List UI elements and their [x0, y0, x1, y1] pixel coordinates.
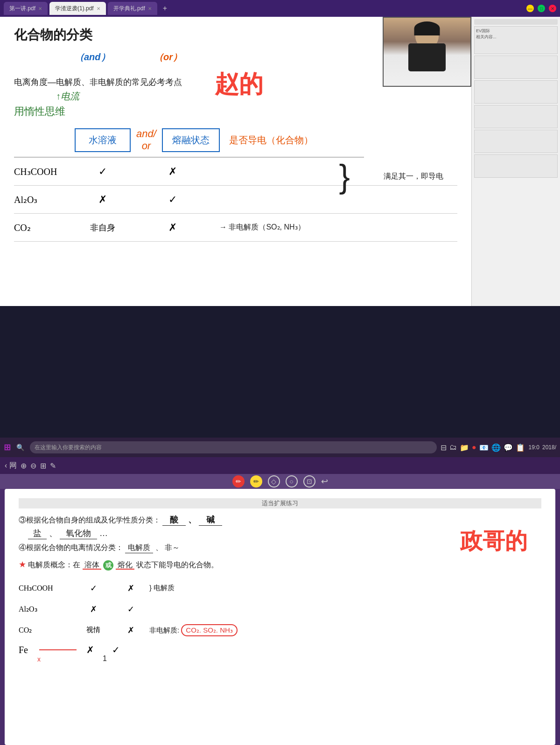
- browser-chrome: 第一讲.pdf ✕ 学渣逆袭(1).pdf ✕ 开学典礼.pdf ✕ + — □…: [0, 0, 560, 17]
- annotation-and: （and）: [75, 51, 110, 63]
- taskbar-icon-6[interactable]: 📋: [516, 443, 525, 452]
- tool-button[interactable]: ⊡: [303, 475, 315, 487]
- co2-melt: ✗: [131, 222, 215, 234]
- page-subtitle: 适当扩展练习: [19, 498, 541, 508]
- table-col1: 水溶液: [75, 128, 131, 152]
- new-tab-button[interactable]: +: [163, 4, 167, 13]
- chem-al2o3: Al₂O₃: [14, 194, 75, 205]
- tab-pdf3-label: 开学典礼.pdf: [113, 5, 145, 13]
- section3-items: 酸 、 碱: [162, 515, 222, 524]
- eraser-button[interactable]: ◇: [268, 475, 280, 487]
- bottom-row-co2: CO₂ 视情 ✗ 非电解质: CO₂. SO₂. NH₃: [19, 620, 541, 641]
- taskbar-time: 19:0: [529, 444, 539, 451]
- bottom-row-fe: Fe ✗ ✓: [19, 644, 541, 655]
- bottom-row-ch3cooh: CH₃COOH ✓ ✗ } 电解质: [19, 578, 541, 599]
- taskbar-search-text: 在这里输入你要搜索的内容: [35, 444, 102, 452]
- taskbar: ⊞ 🔍 在这里输入你要搜索的内容 ⊟ 🗂 📁 ● 📧 🌐 💬 📋 19:0 20…: [0, 438, 560, 457]
- b-ch3cooh-water: ✓: [75, 583, 112, 593]
- toolbar-icon-2[interactable]: ⊖: [30, 461, 36, 470]
- b-chem4: Fe: [19, 645, 37, 655]
- taskbar-icons: ⊟ 🗂 📁 ● 📧 🌐 💬 📋: [441, 443, 525, 452]
- b-co2-water: 视情: [75, 626, 112, 634]
- zheng-label: 政哥的: [460, 526, 527, 556]
- tab-pdf2-label: 学渣逆袭(1).pdf: [55, 5, 94, 13]
- toolbar-icon-1[interactable]: ⊕: [21, 461, 27, 470]
- lazy-thinking: 用惰性思维: [14, 104, 457, 118]
- tab-pdf3-close[interactable]: ✕: [148, 6, 152, 11]
- b-chem3: CO₂: [19, 626, 75, 634]
- ch3cooh-melt: ✗: [131, 166, 215, 178]
- b-chem2: Al₂O₃: [19, 605, 75, 613]
- b-chem1: CH₃COOH: [19, 584, 75, 592]
- section3-text: ③根据化合物自身的组成及化学性质分类： 酸 、 碱: [19, 514, 541, 526]
- non-elec-circle: CO₂. SO₂. NH₃: [181, 624, 238, 636]
- maximize-button[interactable]: □: [538, 5, 545, 12]
- b-ch3cooh-melt: ✗: [112, 583, 149, 593]
- taskbar-date: 2018/: [542, 444, 556, 451]
- undo-button[interactable]: ↩: [321, 476, 328, 487]
- fe-strikethrough-line: [39, 649, 77, 650]
- section4-label: ④根据化合物的电离情况分类：: [19, 543, 123, 551]
- sidebar-block3: [474, 80, 558, 104]
- section3-label: ③根据化合物自身的组成及化学性质分类：: [19, 516, 161, 524]
- bottom-row-al2o3: Al₂O₃ ✗ ✓: [19, 599, 541, 620]
- toolbar-icon-3[interactable]: ⊞: [40, 461, 46, 470]
- taskbar-icon-1[interactable]: ⊟: [441, 443, 447, 452]
- al2o3-water: ✗: [75, 194, 131, 206]
- al2o3-melt: ✓: [131, 194, 215, 206]
- search-icon[interactable]: 🔍: [14, 444, 26, 451]
- tab-pdf2[interactable]: 学渣逆袭(1).pdf ✕: [49, 2, 106, 15]
- pdf-content-bottom: 适当扩展练习 ③根据化合物自身的组成及化学性质分类： 酸 、 碱 盐 、 氧化物…: [5, 489, 555, 745]
- taskbar-icon-3[interactable]: 📁: [460, 443, 469, 452]
- b-al2o3-melt: ✓: [112, 604, 149, 614]
- taskbar-icon-2[interactable]: 🗂: [449, 443, 457, 452]
- tab-pdf1-label: 第一讲.pdf: [9, 5, 35, 13]
- table-header: 水溶液 and/ or 熔融状态 是否导电（化合物）: [75, 128, 457, 152]
- zhao-label: 赵的: [215, 68, 263, 101]
- tab-pdf2-close[interactable]: ✕: [97, 6, 100, 11]
- table-and-or: and/ or: [136, 128, 156, 152]
- taskbar-search-bar[interactable]: 在这里输入你要搜索的内容: [30, 441, 437, 453]
- electrolyte-concept: ★ 电解质概念：在 溶体 或 熔化 状态下能导电的化合物。: [19, 557, 541, 572]
- b-co2-melt: ✗: [112, 625, 149, 635]
- annotation-or: （or）: [154, 51, 182, 63]
- pen-red-button[interactable]: ✏: [232, 475, 245, 487]
- table-col3: 是否导电（化合物）: [229, 134, 313, 146]
- b-ch3cooh-note: } 电解质: [149, 584, 175, 592]
- co2-water: 非自身: [75, 222, 131, 233]
- b-fe-melt: ✓: [102, 644, 130, 655]
- start-button[interactable]: ⊞: [4, 442, 11, 453]
- sidebar-block5: [474, 130, 558, 153]
- ch3cooh-water: ✓: [75, 166, 131, 178]
- taskbar-icon-5[interactable]: 🌐: [491, 443, 501, 452]
- taskbar-icon-red[interactable]: ●: [472, 443, 476, 452]
- table-col2: 熔融状态: [162, 128, 220, 152]
- fe-number: 1: [103, 654, 541, 663]
- right-sidebar: EV国际相关内容...: [471, 17, 560, 306]
- tab-pdf1[interactable]: 第一讲.pdf ✕: [4, 2, 48, 15]
- circle-button[interactable]: ○: [286, 475, 298, 487]
- data-rows: CH₃COOH ✓ ✗ } 满足其一，即导电 Al₂O₃ ✗ ✓ CO₂ 非自身…: [14, 158, 457, 242]
- sidebar-block1: EV国际相关内容...: [474, 26, 558, 54]
- taskbar-right: 19:0 2018/: [529, 444, 556, 451]
- pen-yellow-button[interactable]: ✏: [250, 475, 262, 487]
- taskbar-icon-4[interactable]: 📧: [479, 443, 489, 452]
- b-fe-water: ✗: [78, 644, 102, 655]
- tab-pdf1-close[interactable]: ✕: [38, 6, 42, 11]
- sidebar-block2: [474, 56, 558, 79]
- close-button[interactable]: ✕: [549, 5, 556, 12]
- annotation-toolbar: ✏ ✏ ◇ ○ ⊡ ↩: [0, 474, 560, 489]
- table-row: Al₂O₃ ✗ ✓: [14, 186, 457, 214]
- back-button[interactable]: ‹ 网: [5, 461, 17, 471]
- b-co2-note: 非电解质: CO₂. SO₂. NH₃: [149, 624, 238, 636]
- sidebar-block6: [474, 154, 558, 178]
- webcam-person: [384, 18, 470, 86]
- co2-note: → 非电解质（SO₂, NH₃）: [219, 223, 305, 232]
- side-note1: 满足其一，即导电: [384, 172, 443, 181]
- taskbar-wechat[interactable]: 💬: [504, 443, 513, 452]
- toolbar-icon-4[interactable]: ✎: [50, 461, 56, 470]
- tab-pdf3[interactable]: 开学典礼.pdf ✕: [108, 2, 157, 15]
- minimize-button[interactable]: —: [526, 5, 534, 12]
- pdf-toolbar-bottom: ‹ 网 ⊕ ⊖ ⊞ ✎: [0, 457, 560, 474]
- webcam-overlay: [383, 17, 471, 87]
